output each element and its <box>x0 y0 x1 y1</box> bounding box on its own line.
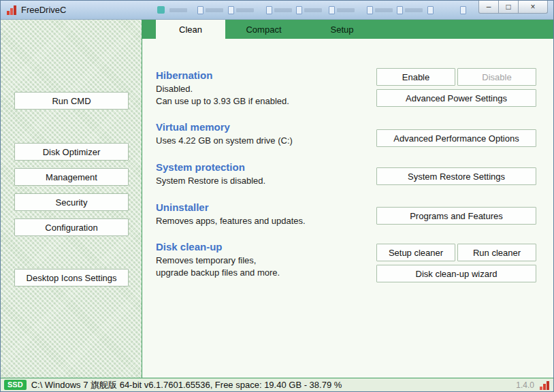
setup-cleaner-button[interactable]: Setup cleaner <box>376 244 455 261</box>
version-label: 1.4.0 <box>516 380 534 390</box>
system-restore-settings-button[interactable]: System Restore Settings <box>376 167 536 185</box>
desktop-icons-settings-button[interactable]: Desktop Icons Settings <box>14 269 129 287</box>
maximize-button[interactable]: □ <box>498 1 519 14</box>
glass-artifact-icon <box>296 6 302 14</box>
system-protection-status-line: System Restore is disabled. <box>156 176 265 186</box>
glass-artifact-icon <box>427 6 434 14</box>
run-cleaner-button[interactable]: Run cleaner <box>457 244 536 261</box>
glass-artifact <box>236 8 254 12</box>
disk-cleanup-status-line-1: Removes temporary files, <box>156 255 256 265</box>
glass-artifact-icon <box>197 6 203 14</box>
sidebar: Run CMD Disk Optimizer Management Securi… <box>1 20 142 378</box>
clean-tab-content: Hibernation Disabled. Can use up to 3.93… <box>142 39 553 378</box>
glass-artifact <box>169 8 187 12</box>
section-title-disk-cleanup: Disk clean-up <box>156 241 223 252</box>
glass-artifact-icon <box>460 6 466 14</box>
minimize-icon: – <box>487 3 491 11</box>
virtual-memory-status-line: Uses 4.22 GB on system drive (C:) <box>156 135 293 146</box>
titlebar: FreeDriveC – □ × <box>1 1 553 20</box>
window-body: Run CMD Disk Optimizer Management Securi… <box>1 20 553 378</box>
window-controls: – □ × <box>479 1 548 14</box>
advanced-performance-options-button[interactable]: Advanced Performance Options <box>376 129 536 147</box>
section-title-uninstaller: Uninstaller <box>156 201 209 213</box>
tab-bar: Clean Compact Setup <box>142 20 553 39</box>
disk-optimizer-button[interactable]: Disk Optimizer <box>14 143 129 161</box>
maximize-icon: □ <box>506 3 510 11</box>
glass-artifact-icon <box>329 6 335 14</box>
glass-artifact-icon <box>228 6 234 14</box>
window-title: FreeDriveC <box>21 5 66 15</box>
disk-cleanup-wizard-button[interactable]: Disk clean-up wizard <box>376 265 536 282</box>
section-title-hibernation: Hibernation <box>156 69 212 81</box>
ssd-badge: SSD <box>4 380 27 390</box>
tab-setup[interactable]: Setup <box>302 20 382 39</box>
glass-artifact-icon <box>157 6 165 14</box>
uninstaller-status-line: Removes apps, features and updates. <box>156 216 306 226</box>
security-button[interactable]: Security <box>14 193 129 211</box>
glass-artifact <box>274 8 292 12</box>
main-panel: Clean Compact Setup Hibernation Disabled… <box>142 20 553 378</box>
glass-artifact <box>304 8 322 12</box>
section-title-system-protection: System protection <box>156 161 245 173</box>
glass-artifact-icon <box>397 6 403 14</box>
glass-artifact <box>375 8 393 12</box>
glass-artifact-icon <box>367 6 373 14</box>
status-bar: SSD C:\ Windows 7 旗舰版 64-bit v6.1.7601.6… <box>1 378 553 391</box>
advanced-power-settings-button[interactable]: Advanced Power Settings <box>376 89 536 107</box>
status-text: C:\ Windows 7 旗舰版 64-bit v6.1.7601.65536… <box>31 379 342 391</box>
run-cmd-button[interactable]: Run CMD <box>14 92 129 110</box>
glass-artifact <box>337 8 355 12</box>
hibernation-detail-line: Can use up to 3.93 GB if enabled. <box>156 96 289 106</box>
app-window: FreeDriveC – □ × <box>0 0 554 392</box>
programs-and-features-button[interactable]: Programs and Features <box>376 207 536 225</box>
glass-artifact <box>405 8 423 12</box>
tab-clean[interactable]: Clean <box>156 20 225 39</box>
management-button[interactable]: Management <box>14 168 129 186</box>
glass-artifact-icon <box>266 6 272 14</box>
close-icon: × <box>530 3 535 11</box>
enable-button[interactable]: Enable <box>376 68 455 86</box>
section-title-virtual-memory: Virtual memory <box>156 121 230 133</box>
disable-button[interactable]: Disable <box>457 68 536 86</box>
app-logo-icon <box>539 380 550 391</box>
minimize-button[interactable]: – <box>478 1 499 14</box>
close-button[interactable]: × <box>518 1 548 14</box>
hibernation-status-line: Disabled. <box>156 84 193 94</box>
glass-artifact <box>206 8 223 12</box>
configuration-button[interactable]: Configuration <box>14 218 129 236</box>
app-logo-icon <box>6 5 17 16</box>
disk-cleanup-status-line-2: upgrade backup files and more. <box>156 267 280 278</box>
tab-compact[interactable]: Compact <box>225 20 302 39</box>
